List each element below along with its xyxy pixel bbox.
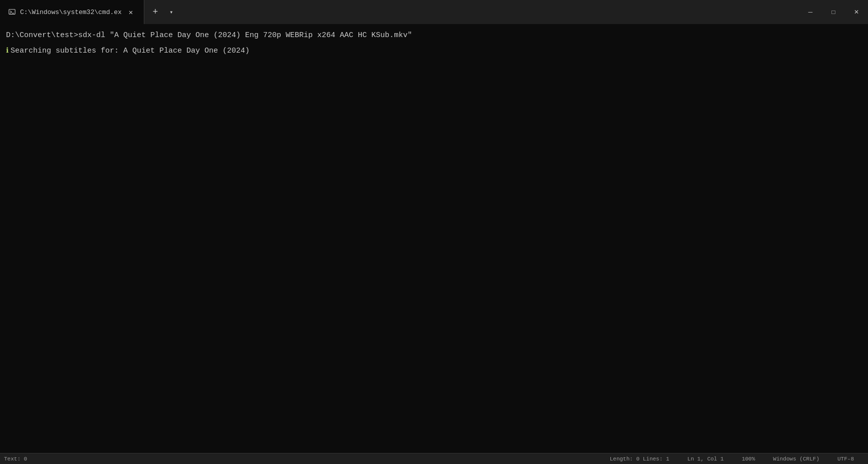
status-length-lines: Length: 0 Lines: 1 bbox=[610, 456, 670, 462]
status-line-endings: Windows (CRLF) bbox=[773, 456, 819, 462]
status-right: Length: 0 Lines: 1 Ln 1, Col 1 100% Wind… bbox=[610, 456, 864, 462]
info-text: Searching subtitles for: A Quiet Place D… bbox=[11, 46, 250, 57]
title-bar: C:\Windows\system32\cmd.ex ✕ + ▾ ─ □ ✕ bbox=[0, 0, 868, 24]
active-tab[interactable]: C:\Windows\system32\cmd.ex ✕ bbox=[0, 0, 144, 24]
close-button[interactable]: ✕ bbox=[845, 0, 868, 24]
tab-title: C:\Windows\system32\cmd.ex bbox=[20, 9, 122, 16]
command-line: D:\Convert\test>sdx-dl "A Quiet Place Da… bbox=[2, 28, 866, 44]
svg-rect-0 bbox=[9, 10, 15, 15]
tab-area: C:\Windows\system32\cmd.ex ✕ + ▾ bbox=[0, 0, 799, 24]
maximize-button[interactable]: □ bbox=[822, 0, 845, 24]
status-zoom: 100% bbox=[742, 456, 755, 462]
new-tab-button[interactable]: + bbox=[146, 3, 164, 21]
status-text: Text: 0 bbox=[4, 456, 27, 462]
tab-dropdown-button[interactable]: ▾ bbox=[164, 5, 178, 19]
status-bar: Text: 0 Length: 0 Lines: 1 Ln 1, Col 1 1… bbox=[0, 453, 868, 464]
status-encoding: UTF-8 bbox=[837, 456, 854, 462]
info-icon: ℹ bbox=[6, 46, 9, 56]
terminal-body[interactable]: D:\Convert\test>sdx-dl "A Quiet Place Da… bbox=[0, 24, 868, 453]
minimize-button[interactable]: ─ bbox=[799, 0, 822, 24]
terminal-window: C:\Windows\system32\cmd.ex ✕ + ▾ ─ □ ✕ D… bbox=[0, 0, 868, 464]
tab-close-button[interactable]: ✕ bbox=[126, 7, 136, 17]
info-line: ℹ Searching subtitles for: A Quiet Place… bbox=[2, 44, 866, 59]
terminal-icon bbox=[8, 8, 16, 16]
status-position: Ln 1, Col 1 bbox=[688, 456, 724, 462]
window-controls: ─ □ ✕ bbox=[799, 0, 868, 24]
